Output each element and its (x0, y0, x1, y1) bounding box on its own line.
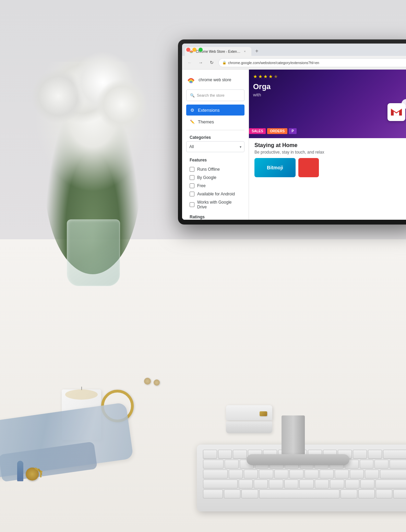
sidebar-divider (186, 130, 244, 130)
category-chevron: ▾ (240, 145, 241, 149)
tab-bar: Chrome Web Store - Extension × + (182, 44, 406, 56)
stapler (226, 405, 272, 431)
feature-works-google-drive[interactable]: Works with Google Drive (186, 198, 244, 211)
featured-banner: ★ ★ ★ ★ ★ Orga with (249, 70, 406, 138)
maximize-button[interactable] (199, 48, 203, 52)
free-label: Free (197, 183, 206, 188)
staying-home-section: Staying at Home Be productive, stay in t… (249, 138, 406, 180)
works-google-drive-checkbox[interactable] (190, 202, 194, 207)
search-icon: 🔍 (190, 93, 195, 98)
new-tab-button[interactable]: + (252, 46, 262, 56)
categories-title: Categories (186, 133, 244, 141)
available-android-label: Available for Android (197, 192, 235, 196)
by-google-checkbox[interactable] (190, 175, 194, 180)
banner-stars: ★ ★ ★ ★ ★ (253, 74, 278, 79)
themes-icon: ✏️ (190, 119, 195, 124)
cws-logo-icon (186, 75, 196, 85)
window-controls (186, 48, 203, 52)
banner-headline: Orga (253, 83, 271, 91)
p-label: P (289, 128, 297, 134)
banner-with-text: with (253, 92, 271, 97)
banner-labels: SALES ORDERS P (249, 128, 297, 134)
feature-runs-offline[interactable]: Runs Offline (186, 165, 244, 173)
browser-content: chrome web store 🔍 Search the store ⚙ E (182, 70, 406, 220)
orders-label: ORDERS (267, 128, 287, 134)
free-checkbox[interactable] (190, 183, 194, 188)
vase (67, 219, 120, 286)
url-text: chrome.google.com/webstore/category/exte… (228, 61, 319, 65)
close-button[interactable] (186, 48, 190, 52)
search-bar[interactable]: 🔍 Search the store (186, 89, 244, 101)
cws-logo: chrome web store (186, 75, 244, 85)
feature-free[interactable]: Free (186, 182, 244, 190)
extensions-label: Extensions (198, 108, 220, 113)
forward-button[interactable]: → (196, 59, 205, 67)
browser-window: Chrome Web Store - Extension × + ← (182, 44, 406, 220)
ratings-title: Ratings (186, 213, 244, 220)
feature-by-google[interactable]: By Google (186, 173, 244, 182)
bitmoji-card[interactable]: Bitmoji (254, 158, 296, 177)
ratings-section: Ratings ★ ★ ★ ★ ★ & up (186, 213, 244, 220)
cws-main-content: ★ ★ ★ ★ ★ Orga with (249, 70, 406, 220)
search-placeholder: Search the store (197, 93, 225, 97)
cws-logo-text: chrome web store (199, 77, 231, 82)
app-card-2[interactable] (298, 158, 319, 177)
works-google-drive-label: Works with Google Drive (197, 200, 241, 209)
categories-section: Categories All ▾ (186, 133, 244, 152)
extensions-icon: ⚙ (190, 107, 195, 113)
monitor-neck (282, 415, 305, 455)
staying-home-subtitle: Be productive, stay in touch, and relax (254, 150, 406, 155)
runs-offline-checkbox[interactable] (190, 167, 194, 172)
back-button[interactable]: ← (186, 59, 194, 67)
features-section: Features Runs Offline By Google (186, 156, 244, 211)
category-selected: All (189, 144, 194, 149)
nav-item-extensions[interactable]: ⚙ Extensions (186, 105, 244, 116)
banner-title-area: Orga with (253, 83, 271, 97)
sales-label: SALES (249, 128, 266, 134)
address-bar-row: ← → ↻ 🔒 chrome.google.com/webstore/categ… (182, 56, 406, 70)
earrings (144, 378, 151, 385)
nav-item-themes[interactable]: ✏️ Themes (186, 116, 244, 127)
runs-offline-label: Runs Offline (197, 167, 220, 172)
lock-icon: 🔒 (222, 61, 226, 64)
background-scene: Chrome Web Store - Extension × + ← (0, 0, 406, 532)
address-field[interactable]: 🔒 chrome.google.com/webstore/category/ex… (218, 58, 406, 67)
minimize-button[interactable] (192, 48, 196, 52)
bitmoji-label: Bitmoji (267, 165, 283, 170)
monitor-body: Chrome Web Store - Extension × + ← (178, 39, 406, 225)
cws-sidebar: chrome web store 🔍 Search the store ⚙ E (182, 70, 249, 220)
staying-home-title: Staying at Home (254, 142, 406, 148)
by-google-label: By Google (197, 175, 216, 180)
available-android-checkbox[interactable] (190, 192, 194, 196)
app-strip: Bitmoji (254, 158, 406, 177)
monitor-screen: Chrome Web Store - Extension × + ← (182, 44, 406, 220)
category-select[interactable]: All ▾ (186, 141, 244, 152)
banner-bg (249, 70, 406, 138)
tab-close-button[interactable]: × (242, 49, 247, 54)
feature-available-android[interactable]: Available for Android (186, 190, 244, 198)
keys (26, 468, 39, 481)
features-title: Features (186, 156, 244, 164)
refresh-button[interactable]: ↻ (207, 59, 216, 67)
themes-label: Themes (198, 119, 214, 124)
monitor-base (247, 454, 349, 465)
